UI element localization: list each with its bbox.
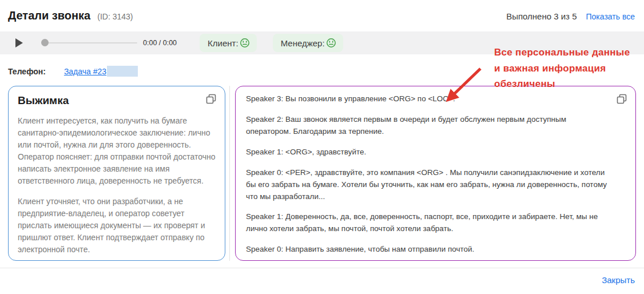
copy-icon[interactable]	[616, 93, 627, 105]
summary-paragraph: Клиент уточняет, что они разработчики, а…	[18, 196, 216, 256]
transcript-message: Speaker 2: Ваш звонок является первым в …	[246, 114, 609, 138]
show-all-link[interactable]: Показать все	[586, 12, 635, 21]
seek-slider[interactable]	[41, 39, 137, 47]
transcript-body: Speaker 3: Вы позвонили в управление <OR…	[246, 93, 609, 256]
neutral-smiley-icon	[240, 38, 250, 48]
redacted-value	[107, 66, 138, 77]
copy-icon[interactable]	[205, 93, 217, 105]
close-link[interactable]: Закрыть	[602, 275, 635, 285]
transcript-panel: Speaker 3: Вы позвонили в управление <OR…	[235, 86, 636, 261]
transcript-message: Speaker 0: Направить заявление, чтобы на…	[246, 244, 609, 256]
annotation-line: и важная информация	[494, 61, 630, 77]
progress-text: Выполнено 3 из 5	[506, 11, 577, 21]
seek-slider-track	[41, 42, 137, 43]
panels-row: Выжимка Клиент интересуется, как получит…	[8, 86, 636, 261]
seek-slider-thumb[interactable]	[41, 39, 49, 46]
annotation-line: Все персональные данные	[494, 45, 630, 61]
play-icon[interactable]	[15, 38, 24, 47]
header-right: Выполнено 3 из 5 Показать все	[506, 11, 635, 21]
time-display: 0:00 / 0:00	[143, 39, 177, 47]
neutral-smiley-icon	[326, 38, 336, 48]
client-label: Клиент:	[208, 38, 238, 48]
page-title: Детали звонка	[8, 9, 90, 22]
transcript-message: Speaker 3: Вы позвонили в управление <OR…	[246, 93, 609, 105]
footer: Закрыть	[0, 268, 644, 285]
phone-label: Телефон:	[8, 67, 46, 76]
summary-paragraph: Клиент интересуется, как получить на бум…	[18, 115, 216, 187]
manager-label: Менеджер:	[281, 38, 325, 48]
task-link[interactable]: Задача #23	[64, 67, 106, 76]
summary-title: Выжимка	[18, 94, 216, 107]
header: Детали звонка (ID: 3143) Выполнено 3 из …	[0, 0, 644, 22]
transcript-message: Speaker 1: Доверенность, да, все, довере…	[246, 211, 609, 235]
transcript-message: Speaker 0: <PER>, здравствуйте, это комп…	[246, 167, 609, 203]
annotation-line: обезличены	[494, 76, 630, 92]
transcript-message: Speaker 1: <ORG>, здравствуйте.	[246, 146, 609, 158]
client-mood-badge: Клиент:	[200, 34, 257, 52]
call-id: (ID: 3143)	[97, 12, 133, 21]
column-divider	[229, 86, 230, 261]
summary-panel: Выжимка Клиент интересуется, как получит…	[8, 86, 225, 261]
manager-mood-badge: Менеджер:	[273, 34, 343, 52]
summary-body: Клиент интересуется, как получить на бум…	[18, 115, 216, 256]
annotation-note: Все персональные данные и важная информа…	[494, 45, 630, 92]
